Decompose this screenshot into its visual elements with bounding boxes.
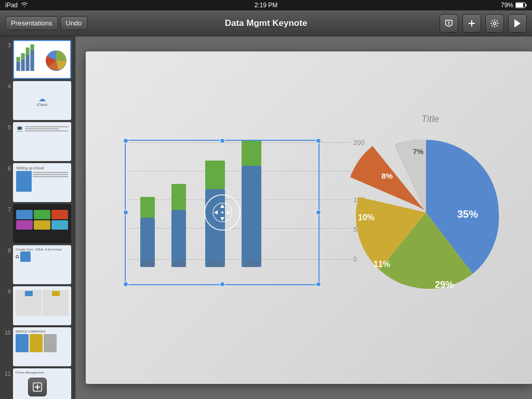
svg-text:2010: 2010 <box>171 260 187 268</box>
slide-item-9[interactable]: 9 <box>3 285 72 326</box>
svg-text:11%: 11% <box>374 260 390 269</box>
slide-item-4[interactable]: 4 ☁ iCloud <box>3 80 72 121</box>
svg-text:2011: 2011 <box>208 260 223 268</box>
slide-number-4: 4 <box>4 83 11 89</box>
slide-thumb-8: Google Sync, GMail, & Exchange G <box>13 245 71 284</box>
slide-thumb-7 <box>13 204 71 243</box>
svg-text:7%: 7% <box>413 148 424 156</box>
slide-thumb-3 <box>13 40 71 79</box>
settings-button[interactable] <box>485 14 504 33</box>
play-button[interactable] <box>508 14 527 33</box>
svg-rect-2 <box>516 3 523 7</box>
svg-text:8%: 8% <box>381 171 393 180</box>
pie-chart: 35% 29% 11% 10% 8% 7% <box>332 109 520 316</box>
svg-rect-11 <box>21 59 25 71</box>
slide-number-5: 5 <box>4 124 11 130</box>
svg-rect-13 <box>26 55 30 71</box>
svg-rect-28 <box>242 140 261 166</box>
toolbar: Presentations Undo Data Mgmt Keynote <box>0 10 532 36</box>
slide-item-6[interactable]: 6 Setting up iCloud <box>3 162 72 203</box>
svg-rect-12 <box>21 53 25 59</box>
toolbar-right <box>440 14 527 33</box>
svg-marker-8 <box>514 19 521 28</box>
slide-item-8[interactable]: 8 Google Sync, GMail, & Exchange G <box>3 244 72 285</box>
battery-label: 79% <box>501 2 513 9</box>
svg-rect-10 <box>17 57 20 62</box>
slide-number-6: 6 <box>4 165 11 171</box>
toolbar-left: Presentations Undo <box>5 16 88 30</box>
svg-text:10%: 10% <box>358 213 375 222</box>
svg-rect-14 <box>26 48 30 55</box>
svg-text:2009: 2009 <box>140 260 155 268</box>
presentations-button[interactable]: Presentations <box>5 16 58 30</box>
annotate-button[interactable] <box>440 14 458 33</box>
handle-br[interactable] <box>316 282 321 287</box>
slide-number-7: 7 <box>4 206 11 212</box>
svg-text:35%: 35% <box>457 208 478 220</box>
slide-item-3[interactable]: 3 <box>3 39 72 80</box>
slide-list: 3 <box>0 36 75 399</box>
svg-rect-9 <box>17 62 20 71</box>
undo-button[interactable]: Undo <box>60 16 88 30</box>
slide-item-5[interactable]: 5 💻 <box>3 121 72 162</box>
slide-number-3: 3 <box>4 42 11 48</box>
slide-number-9: 9 <box>4 288 11 295</box>
svg-point-3 <box>448 21 450 23</box>
status-time: 2:19 PM <box>255 2 278 9</box>
svg-rect-1 <box>526 4 527 7</box>
svg-rect-27 <box>242 166 261 267</box>
device-label: iPad <box>5 2 18 9</box>
handle-bm[interactable] <box>220 282 225 287</box>
add-button[interactable] <box>462 14 481 33</box>
slide-number-8: 8 <box>4 247 11 254</box>
slide-number-10: 10 <box>4 329 11 336</box>
status-left: iPad <box>5 2 28 9</box>
svg-rect-26 <box>205 161 225 189</box>
slide-thumb-5: 💻 <box>13 122 71 161</box>
svg-rect-22 <box>140 197 155 218</box>
status-right: 79% <box>501 2 527 9</box>
slide-canvas[interactable]: Title 200 150 100 50 0 <box>86 51 532 384</box>
slide-thumb-6: Setting up iCloud <box>13 163 71 202</box>
slide-thumb-10: SERVICE COMPARISON <box>13 327 71 366</box>
document-title: Data Mgmt Keynote <box>225 18 308 29</box>
main-content: 3 <box>0 36 532 399</box>
svg-rect-24 <box>171 184 186 210</box>
battery-icon <box>515 2 527 8</box>
svg-rect-16 <box>31 44 34 50</box>
wifi-icon <box>21 2 28 9</box>
slide-number-11: 11 <box>4 370 11 377</box>
svg-text:2012: 2012 <box>244 260 259 268</box>
add-slide-button[interactable] <box>28 378 47 396</box>
slide-thumb-4: ☁ iCloud <box>13 81 71 120</box>
svg-rect-15 <box>31 50 34 71</box>
svg-text:29%: 29% <box>435 280 454 290</box>
svg-rect-23 <box>171 210 186 267</box>
bar-chart: 2009 2010 2011 2012 <box>125 137 358 270</box>
slide-item-7[interactable]: 7 <box>3 203 72 244</box>
svg-point-7 <box>494 22 496 24</box>
svg-rect-25 <box>205 189 225 267</box>
handle-bl[interactable] <box>123 282 128 287</box>
canvas-area: Title 200 150 100 50 0 <box>75 36 532 399</box>
status-bar: iPad 2:19 PM 79% <box>0 0 532 10</box>
slide-thumb-9 <box>13 286 71 325</box>
slide-panel-wrapper: 3 <box>0 36 75 399</box>
slide-item-10[interactable]: 10 SERVICE COMPARISON <box>3 326 72 367</box>
